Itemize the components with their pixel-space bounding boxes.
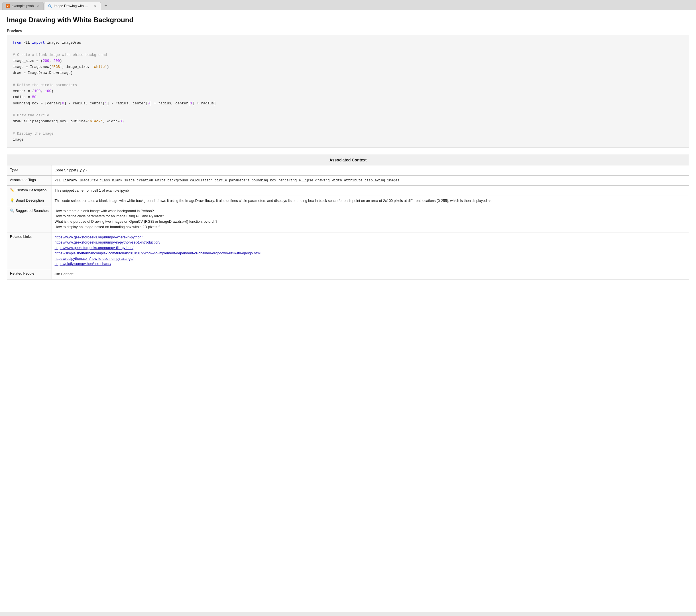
search-item-4: How to display an image based on boundin…: [55, 225, 160, 229]
code-line-comment-2: # Define the circle parameters: [13, 82, 683, 88]
code-line-8: draw.ellipse(bounding_box, outline='blac…: [13, 119, 683, 125]
table-header: Associated Context: [7, 155, 689, 165]
related-link-4[interactable]: https://simpleisbetterthancomplex.com/tu…: [55, 251, 686, 256]
code-line-comment-1: # Create a blank image with white backgr…: [13, 52, 683, 58]
search-item-3: What is the purpose of Drawing two image…: [55, 220, 218, 224]
context-section: Associated Context Type Code Snippet ( .…: [7, 155, 689, 279]
browser-chrome: example.ipynb ✕ Image Drawing with White…: [0, 0, 696, 10]
row-label-suggested-searches: 🔍 Suggested Searches: [7, 206, 52, 232]
table-row: Associated Tags PIL library ImageDraw cl…: [7, 176, 689, 186]
svg-line-5: [51, 6, 52, 8]
notebook-icon: [6, 4, 10, 8]
row-value-suggested-searches: How to create a blank image with white b…: [52, 206, 689, 232]
svg-rect-3: [7, 6, 8, 6]
code-line-blank-1: [13, 46, 683, 52]
table-row: 🔍 Suggested Searches How to create a bla…: [7, 206, 689, 232]
tab-close-button[interactable]: ✕: [93, 4, 97, 8]
related-link-2[interactable]: https://www.geeksforgeeks.org/numpy-in-p…: [55, 240, 686, 245]
related-link-3[interactable]: https://www.geeksforgeeks.org/numpy-tile…: [55, 245, 686, 251]
table-row: ✏️ Custom Description This snippet came …: [7, 186, 689, 196]
row-value-related-links: https://www.geeksforgeeks.org/numpy-wher…: [52, 232, 689, 269]
code-line-blank-2: [13, 76, 683, 82]
code-line-blank-3: [13, 107, 683, 113]
code-line-7: bounding_box = [center[0] - radius, cent…: [13, 101, 683, 107]
code-line-3: image = Image.new('RGB', image_size, 'wh…: [13, 64, 683, 70]
row-value-type: Code Snippet ( .py ): [52, 165, 689, 176]
row-value-smart-desc: This code snippet creates a blank image …: [52, 196, 689, 206]
row-label-related-people: Related People: [7, 269, 52, 279]
row-value-custom-desc: This snippet came from cell 1 of example…: [52, 186, 689, 196]
tab-close-button[interactable]: ✕: [35, 4, 40, 8]
code-line-1: from PIL import Image, ImageDraw: [13, 40, 683, 46]
search-item-2: How to define circle parameters for an i…: [55, 214, 164, 218]
code-line-blank-4: [13, 125, 683, 131]
row-label-custom-desc: ✏️ Custom Description: [7, 186, 52, 196]
svg-point-4: [48, 4, 51, 7]
code-line-6: radius = 50: [13, 94, 683, 101]
tab-label: example.ipynb: [12, 4, 34, 8]
tab-label: Image Drawing with White B…: [53, 4, 91, 8]
row-value-tags: PIL library ImageDraw class blank image …: [52, 176, 689, 186]
new-tab-button[interactable]: +: [102, 2, 110, 10]
table-row: 💡 Smart Description This code snippet cr…: [7, 196, 689, 206]
search-item-1: How to create a blank image with white b…: [55, 209, 154, 213]
table-row: Type Code Snippet ( .py ): [7, 165, 689, 176]
code-line-5: center = (100, 100): [13, 88, 683, 94]
svg-rect-1: [7, 5, 9, 5]
row-label-tags: Associated Tags: [7, 176, 52, 186]
tab-image-drawing[interactable]: Image Drawing with White B… ✕: [44, 2, 101, 10]
row-label-type: Type: [7, 165, 52, 176]
row-label-smart-desc: 💡 Smart Description: [7, 196, 52, 206]
related-link-5[interactable]: https://realpython.com/how-to-use-numpy-…: [55, 256, 686, 262]
code-line-comment-3: # Draw the circle: [13, 113, 683, 119]
code-line-comment-4: # Display the image: [13, 131, 683, 137]
related-link-1[interactable]: https://www.geeksforgeeks.org/numpy-wher…: [55, 235, 686, 240]
context-table: Associated Context Type Code Snippet ( .…: [7, 155, 689, 279]
code-line-2: image_size = (200, 200): [13, 58, 683, 64]
code-block: from PIL import Image, ImageDraw # Creat…: [7, 35, 689, 148]
row-label-related-links: Related Links: [7, 232, 52, 269]
table-row: Related Links https://www.geeksforgeeks.…: [7, 232, 689, 269]
code-line-9: image: [13, 137, 683, 143]
related-link-6[interactable]: https://plotly.com/python/line-charts/: [55, 261, 686, 267]
table-row: Related People Jim Bennett: [7, 269, 689, 279]
row-value-related-people: Jim Bennett: [52, 269, 689, 279]
code-line-4: draw = ImageDraw.Draw(image): [13, 70, 683, 76]
svg-rect-2: [7, 6, 9, 6]
page-title: Image Drawing with White Background: [7, 16, 689, 24]
preview-label: Preview:: [7, 29, 689, 33]
tab-example-ipynb[interactable]: example.ipynb ✕: [2, 2, 44, 10]
tab-bar: example.ipynb ✕ Image Drawing with White…: [0, 0, 696, 10]
search-icon: [48, 4, 52, 8]
content-area: Image Drawing with White Background Prev…: [0, 10, 696, 612]
